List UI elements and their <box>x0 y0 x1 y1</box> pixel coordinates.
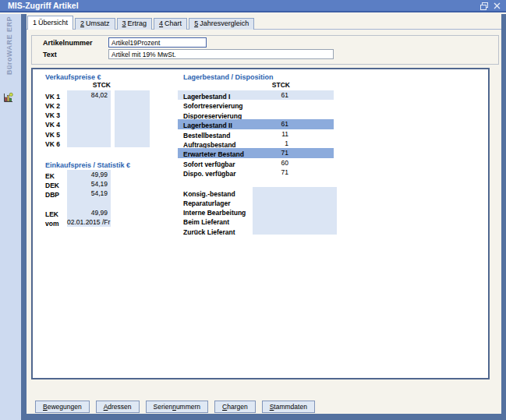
data-row: VK 6 <box>45 138 162 147</box>
bewegungen-button[interactable]: Bewegungen <box>35 401 90 413</box>
ek-rows: EK49,99 DEK54,19 DBP54,19 LEK49,99 vom02… <box>45 170 162 227</box>
data-row: VK 5 <box>45 129 162 138</box>
text-input[interactable] <box>108 49 334 59</box>
tab-bar: 1Übersicht 2Umsatz 3Ertrag 4Chart 5Jahre… <box>27 16 256 30</box>
seriennummern-button[interactable]: Seriennummern <box>146 401 209 413</box>
lager-unit-header: STCK <box>243 81 290 89</box>
brand-vertical-text: BüroWARE ERP <box>5 19 13 75</box>
vk-rows: VK 184,02 VK 2 VK 3 VK 4 VK 5 VK 6 <box>45 90 162 147</box>
tab-umsatz[interactable]: 2Umsatz <box>75 18 115 30</box>
lager-rows2: Konsig.-bestand Reparaturlager Interne B… <box>178 188 334 235</box>
data-row: vom02.01.2015 /Fr <box>45 217 162 227</box>
artikelnummer-label: Artikelnummer <box>43 39 93 47</box>
verkaufspreise-title: Verkaufspreise € <box>45 73 101 81</box>
data-row: VK 2 <box>45 100 162 109</box>
restore-icon[interactable] <box>479 2 488 10</box>
window-titlebar: MIS-Zugriff Artikel <box>0 0 506 12</box>
data-row: Disporeservierung <box>178 110 334 119</box>
chart-icon[interactable] <box>2 92 14 104</box>
stammdaten-button[interactable]: Stammdaten <box>262 401 315 413</box>
tab-ertrag[interactable]: 3Ertrag <box>117 18 153 30</box>
data-row: Beim Lieferant <box>178 216 334 225</box>
tab-uebersicht[interactable]: 1Übersicht <box>27 16 73 30</box>
data-row: Erwarteter Bestand71 <box>178 148 334 157</box>
data-row: EK49,99 <box>45 170 162 179</box>
verkauf-unit-header: STCK <box>67 81 111 89</box>
frame-left <box>21 14 27 420</box>
mis-zugriff-window: MIS-Zugriff Artikel BüroWARE ERP <box>0 0 506 420</box>
window-title: MIS-Zugriff Artikel <box>8 1 79 10</box>
lager-rows: Lagerbestand I61 Sofortreservierung Disp… <box>178 90 334 178</box>
data-row: Sofort verfügbar60 <box>178 158 334 168</box>
bottom-button-bar: Bewegungen Adressen Seriennummern Charge… <box>35 401 315 413</box>
text-label: Text <box>43 51 57 58</box>
data-row: Lagerbestand I61 <box>178 90 334 100</box>
adressen-button[interactable]: Adressen <box>96 401 140 413</box>
lagerbestand-title: Lagerbestand / Disposition <box>183 73 274 81</box>
frame-bottom <box>21 414 506 420</box>
chargen-button[interactable]: Chargen <box>214 401 256 413</box>
data-row: Sofortreservierung <box>178 100 334 109</box>
artikelnummer-input[interactable] <box>108 37 207 48</box>
einkaufspreis-title: Einkaufspreis / Statistik € <box>45 161 130 169</box>
data-row: VK 184,02 <box>45 90 162 100</box>
data-row <box>45 198 162 207</box>
data-row: Reparaturlager <box>178 197 334 206</box>
data-row: Lagerbestand II61 <box>178 119 334 129</box>
brand-sidebar <box>0 14 21 420</box>
data-row: Interne Bearbeitung <box>178 206 334 216</box>
data-row: VK 4 <box>45 118 162 128</box>
data-row: Zurück Lieferant <box>178 226 334 235</box>
data-row: VK 3 <box>45 109 162 118</box>
tab-chart[interactable]: 4Chart <box>154 18 187 30</box>
data-row: DBP54,19 <box>45 189 162 198</box>
data-row: Auftragsbestand1 <box>178 139 334 148</box>
data-row: DEK54,19 <box>45 179 162 189</box>
frame-right <box>501 14 506 420</box>
data-row: LEK49,99 <box>45 208 162 217</box>
tab-jahresvergleich[interactable]: 5Jahresvergleich <box>189 18 254 30</box>
close-icon[interactable] <box>493 2 501 10</box>
data-row: Konsig.-bestand <box>178 188 334 197</box>
data-row: Bestellbestand11 <box>178 129 334 139</box>
overview-panel: Verkaufspreise € STCK VK 184,02 VK 2 VK … <box>31 68 490 379</box>
data-row: Dispo. verfügbar71 <box>178 168 334 177</box>
